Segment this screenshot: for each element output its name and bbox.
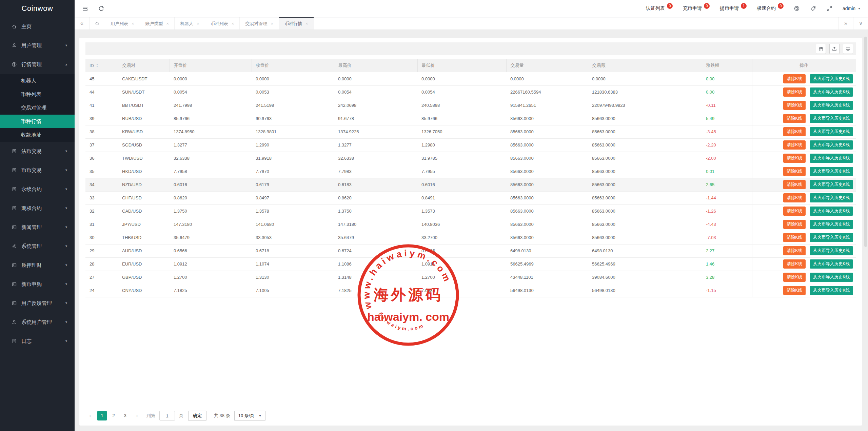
clear-kline-button[interactable]: 清除K线	[783, 207, 806, 216]
sidebar-item-staking[interactable]: 质押理财 ▼	[0, 256, 75, 275]
next-page-icon[interactable]: ›	[132, 411, 142, 420]
sidebar-item-logs[interactable]: 日志 ▼	[0, 332, 75, 351]
clear-kline-button[interactable]: 清除K线	[783, 233, 806, 242]
tab-pair-mgmt[interactable]: 交易对管理 ×	[240, 17, 279, 30]
clear-kline-button[interactable]: 清除K线	[783, 220, 806, 229]
table-row[interactable]: 45 CAKE/USDT 0.0000 0.0000 0.0000 0.0000…	[85, 72, 856, 85]
sidebar-item-user-mgmt[interactable]: 用户管理 ▼	[0, 36, 75, 55]
tabs-scroll-right[interactable]: »	[838, 17, 853, 30]
prev-page-icon[interactable]: ‹	[85, 411, 95, 420]
menu-deposit-request[interactable]: 充币申请 0	[683, 5, 710, 12]
table-row[interactable]: 27 GBP/USD 1.2700 1.3130 1.3148 1.2700 4…	[85, 271, 856, 284]
import-kline-button[interactable]: 从火币导入历史K线	[810, 246, 853, 255]
tab-robot[interactable]: 机器人 ×	[175, 17, 205, 30]
clear-kline-button[interactable]: 清除K线	[783, 74, 806, 83]
theme-icon[interactable]	[794, 5, 800, 12]
menu-fast-contract[interactable]: 极速合约 0	[757, 5, 784, 12]
page-size-select[interactable]: 10 条/页 ▼	[234, 411, 266, 421]
clear-kline-button[interactable]: 清除K线	[783, 286, 806, 295]
table-row[interactable]: 36 TWD/USD 32.6338 31.9918 32.6338 31.97…	[85, 152, 856, 165]
table-row[interactable]: 28 EUR/USD 1.0912 1.1074 1.1086 1.0911 5…	[85, 257, 856, 271]
sidebar-item-feedback-mgmt[interactable]: 用户反馈管理 ▼	[0, 294, 75, 313]
tag-icon[interactable]	[810, 5, 816, 12]
tabs-menu-toggle[interactable]: ∨	[853, 17, 868, 30]
tab-user-list[interactable]: 用户列表 ×	[105, 17, 140, 30]
sidebar-item-robot[interactable]: 机器人	[0, 74, 75, 87]
menu-auth-list[interactable]: 认证列表 0	[646, 5, 673, 12]
clear-kline-button[interactable]: 清除K线	[783, 127, 806, 136]
import-kline-button[interactable]: 从火币导入历史K线	[810, 259, 853, 269]
page-button[interactable]: 1	[97, 411, 107, 420]
import-kline-button[interactable]: 从火币导入历史K线	[810, 114, 853, 123]
import-kline-button[interactable]: 从火币导入历史K线	[810, 167, 853, 176]
refresh-icon[interactable]	[98, 5, 104, 12]
import-kline-button[interactable]: 从火币导入历史K线	[810, 233, 853, 242]
page-button[interactable]: 3	[120, 411, 130, 420]
clear-kline-button[interactable]: 清除K线	[783, 246, 806, 255]
close-icon[interactable]: ×	[271, 21, 273, 26]
import-kline-button[interactable]: 从火币导入历史K线	[810, 101, 853, 110]
import-kline-button[interactable]: 从火币导入历史K线	[810, 180, 853, 189]
import-kline-button[interactable]: 从火币导入历史K线	[810, 140, 853, 150]
sidebar-item-home[interactable]: 主页	[0, 17, 75, 36]
import-kline-button[interactable]: 从火币导入历史K线	[810, 154, 853, 163]
page-button[interactable]: 2	[109, 411, 118, 420]
clear-kline-button[interactable]: 清除K线	[783, 101, 806, 110]
table-row[interactable]: 32 CAD/USD 1.3750 1.3578 1.3750 1.3573 8…	[85, 204, 856, 218]
sidebar-item-fiat-trade[interactable]: 法币交易 ▼	[0, 142, 75, 161]
import-kline-button[interactable]: 从火币导入历史K线	[810, 273, 853, 282]
table-row[interactable]: 31 JPY/USD 147.3180 141.0680 147.3180 14…	[85, 218, 856, 231]
tab-account-type[interactable]: 账户类型 ×	[140, 17, 175, 30]
table-row[interactable]: 33 CHF/USD 0.8620 0.8497 0.8620 0.8491 8…	[85, 191, 856, 204]
sidebar-item-news-mgmt[interactable]: 新闻管理 ▼	[0, 218, 75, 237]
close-icon[interactable]: ×	[197, 21, 199, 26]
column-filter-button[interactable]	[816, 44, 826, 54]
clear-kline-button[interactable]: 清除K线	[783, 180, 806, 189]
goto-page-input[interactable]	[159, 411, 175, 420]
table-row[interactable]: 41 BBT/USDT 241.7998 241.5198 242.0698 2…	[85, 99, 856, 112]
table-row[interactable]: 37 SGD/USD 1.3277 1.2990 1.3277 1.2980 8…	[85, 138, 856, 152]
close-icon[interactable]: ×	[166, 21, 169, 26]
table-row[interactable]: 39 RUB/USD 85.9766 90.9763 91.6778 85.97…	[85, 112, 856, 125]
table-row[interactable]: 34 NZD/USD 0.6016 0.6179 0.6183 0.6016 8…	[85, 178, 856, 191]
sidebar-item-coin-trade[interactable]: 币币交易 ▼	[0, 161, 75, 180]
export-button[interactable]	[829, 44, 840, 54]
table-row[interactable]: 38 KRW/USD 1374.8950 1328.9801 1374.9225…	[85, 125, 856, 138]
table-row[interactable]: 29 AUD/USD 0.6566 0.6718 0.6724 0.6565 6…	[85, 244, 856, 257]
sidebar-item-system-mgmt[interactable]: 系统管理 ▼	[0, 237, 75, 256]
scrollbar-thumb[interactable]	[864, 37, 867, 247]
sidebar-item-market-mgmt[interactable]: 行情管理 ▲	[0, 55, 75, 74]
tab-coin-market-active[interactable]: 币种行情 ×	[279, 17, 314, 30]
clear-kline-button[interactable]: 清除K线	[783, 273, 806, 282]
tab-coin-list[interactable]: 币种列表 ×	[205, 17, 240, 30]
clear-kline-button[interactable]: 清除K线	[783, 259, 806, 269]
sidebar-item-coin-list[interactable]: 币种列表	[0, 87, 75, 101]
table-row[interactable]: 35 HKD/USD 7.7958 7.7970 7.7983 7.7955 8…	[85, 165, 856, 178]
collapse-menu-icon[interactable]	[82, 5, 88, 12]
import-kline-button[interactable]: 从火币导入历史K线	[810, 286, 853, 295]
import-kline-button[interactable]: 从火币导入历史K线	[810, 74, 853, 83]
menu-withdraw-request[interactable]: 提币申请 1	[720, 5, 747, 12]
tabs-scroll-left[interactable]: «	[75, 17, 90, 30]
table-row[interactable]: 24 CNY/USD 7.1825 7.1005 7.1825 7.0988 5…	[85, 284, 856, 297]
sidebar-item-new-coin[interactable]: 新币申购 ▼	[0, 275, 75, 294]
sidebar-item-coin-market-active[interactable]: 币种行情	[0, 115, 75, 128]
import-kline-button[interactable]: 从火币导入历史K线	[810, 127, 853, 136]
import-kline-button[interactable]: 从火币导入历史K线	[810, 193, 853, 202]
close-icon[interactable]: ×	[132, 21, 134, 26]
clear-kline-button[interactable]: 清除K线	[783, 154, 806, 163]
clear-kline-button[interactable]: 清除K线	[783, 140, 806, 150]
table-row[interactable]: 30 THB/USD 35.6479 33.3053 35.6479 33.27…	[85, 231, 856, 244]
table-row[interactable]: 44 SUN/USDT 0.0054 0.0053 0.0054 0.0054 …	[85, 85, 856, 99]
import-kline-button[interactable]: 从火币导入历史K线	[810, 207, 853, 216]
sidebar-item-pair-mgmt[interactable]: 交易对管理	[0, 101, 75, 115]
import-kline-button[interactable]: 从火币导入历史K线	[810, 87, 853, 97]
import-kline-button[interactable]: 从火币导入历史K线	[810, 220, 853, 229]
sidebar-item-deposit-address[interactable]: 收款地址	[0, 128, 75, 142]
fullscreen-icon[interactable]	[826, 5, 832, 12]
clear-kline-button[interactable]: 清除K线	[783, 167, 806, 176]
sidebar-item-perpetual[interactable]: 永续合约 ▼	[0, 180, 75, 199]
clear-kline-button[interactable]: 清除K线	[783, 193, 806, 202]
print-button[interactable]	[843, 44, 853, 54]
close-icon[interactable]: ×	[232, 21, 234, 26]
